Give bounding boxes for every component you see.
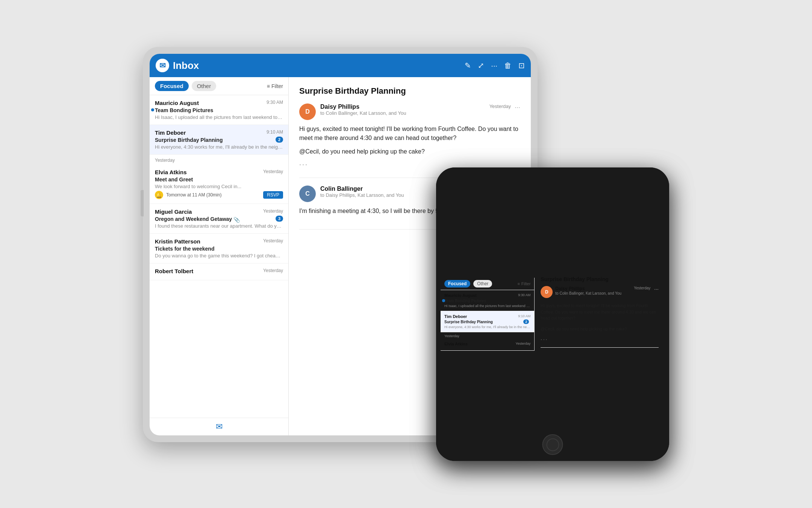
filter-bar: Focused Other ≡ Filter <box>150 77 288 95</box>
email-item-mauricio[interactable]: Mauricio August 9:30 AM Team Bonding Pic… <box>150 95 288 125</box>
phone-sender-name: Daisy Phillips <box>555 286 634 291</box>
phone-email-detail: Surprise Birthday Planning D Daisy Phill… <box>535 271 665 357</box>
phone-email-time: Yesterday <box>516 342 531 346</box>
compose-bottom-bar: ✉ <box>150 418 288 435</box>
email-time: 9:30 AM <box>267 100 283 106</box>
filter-button[interactable]: ≡ Filter <box>267 83 283 89</box>
email-time: Yesterday <box>263 238 283 245</box>
email-items: Mauricio August 9:30 AM Team Bonding Pic… <box>150 95 288 418</box>
email-preview: Hi everyone, 4:30 works for me, I'll alr… <box>155 144 283 150</box>
message-header: D Daisy Phillips to Colin Ballinger, Kat… <box>299 103 520 120</box>
phone-email-item-mauricio[interactable]: Mauricio August 9:30 AM Team Bonding Pic… <box>441 290 534 311</box>
phone-home-button[interactable] <box>542 434 563 455</box>
filter-icon: ≡ <box>267 83 270 89</box>
phone-email-detail-title: Surprise Birthday Planning <box>541 276 659 282</box>
email-time: Yesterday <box>263 208 283 215</box>
phone-email-item-elvia[interactable]: Elvia Atkins Yesterday <box>441 339 534 351</box>
phone-email-list: Focused Other ≡ Filter Mauricio August <box>441 278 535 351</box>
phone-app-content: Focused Other ≡ Filter Mauricio August <box>441 173 665 456</box>
phone-email-items: Mauricio August 9:30 AM Team Bonding Pic… <box>441 290 534 351</box>
archive-icon[interactable]: ⊡ <box>518 61 525 70</box>
tablet-side-button[interactable] <box>141 190 144 216</box>
phone-tab-other[interactable]: Other <box>473 280 492 287</box>
email-item-robert[interactable]: Robert Tolbert Yesterday <box>150 263 288 280</box>
email-item-header: Miguel Garcia Yesterday <box>155 208 283 215</box>
email-sender: Kristin Patterson <box>155 238 200 245</box>
email-sender: Tim Deboer <box>155 129 186 136</box>
phone-message-header: D Daisy Phillips to Colin Ballinger, Kat… <box>541 286 659 298</box>
email-subject: Surprise Birthday Planning <box>155 137 283 143</box>
tab-focused[interactable]: Focused <box>155 81 189 91</box>
email-sender: Miguel Garcia <box>155 208 192 215</box>
email-preview: We look forward to welcoming Cecil in... <box>155 184 283 189</box>
email-subject: Oregon and Weekend Getaway <box>155 216 232 222</box>
phone-email-sender: Mauricio August <box>444 293 477 298</box>
phone-email-subject: Surprise Birthday Planning <box>444 320 530 324</box>
email-time: Yesterday <box>263 169 283 175</box>
phone: ✉ Inbox ✎ ⤢ ··· 🗑 ⊡ Focused Other <box>436 167 669 461</box>
sender-name: Daisy Phillips <box>320 103 489 110</box>
message-timestamp: Yesterday <box>489 103 511 109</box>
more-icon[interactable]: ··· <box>491 61 497 70</box>
phone-email-item-header: Mauricio August 9:30 AM <box>444 293 530 298</box>
phone-message-more-icon[interactable]: ··· <box>654 286 659 292</box>
phone-email-item-tim[interactable]: Tim Deboer 9:10 AM Surprise Birthday Pla… <box>441 311 534 332</box>
email-badge: 2 <box>276 137 283 143</box>
reminder-row: 🔔 Tomorrow at 11 AM (30min) RSVP <box>155 191 283 199</box>
email-list: Focused Other ≡ Filter Mauricio August <box>150 77 289 435</box>
message-recipients: to Colin Ballinger, Kat Larsson, and You <box>320 110 489 116</box>
phone-message-meta: Daisy Phillips to Colin Ballinger, Kat L… <box>555 286 634 295</box>
email-sender: Elvia Atkins <box>155 169 186 175</box>
app-title: Inbox <box>173 60 465 71</box>
message-more-icon[interactable]: ··· <box>515 103 520 111</box>
email-sender: Robert Tolbert <box>155 268 193 274</box>
phone-screen: ✉ Inbox ✎ ⤢ ··· 🗑 ⊡ Focused Other <box>441 173 665 456</box>
compose-bottom-icon[interactable]: ✉ <box>216 422 223 432</box>
email-item-miguel[interactable]: Miguel Garcia Yesterday Oregon and Weeke… <box>150 204 288 234</box>
phone-filter-button[interactable]: ≡ Filter <box>517 281 530 286</box>
message-meta: Daisy Phillips to Colin Ballinger, Kat L… <box>320 103 489 116</box>
phone-email-item-header: Elvia Atkins Yesterday <box>444 342 530 346</box>
phone-body-line-1: Hi guys, excited to meet tonight! I'll b… <box>541 303 659 321</box>
email-item-header: Kristin Patterson Yesterday <box>155 238 283 245</box>
phone-email-subject: Team Bonding Pictures <box>444 299 530 303</box>
message-body: Hi guys, excited to meet tonight! I'll b… <box>299 125 520 156</box>
unread-dot <box>151 108 154 111</box>
phone-body-line-2: @Cecil, do you need help picking up the … <box>541 326 659 332</box>
phone-filter-icon: ≡ <box>517 281 520 286</box>
phone-unread-dot <box>442 299 445 302</box>
phone-email-sender: Tim Deboer <box>444 314 467 319</box>
phone-tab-focused[interactable]: Focused <box>444 280 470 287</box>
delete-icon[interactable]: 🗑 <box>504 61 512 70</box>
email-preview: Do you wanna go to the game this weekend… <box>155 253 283 259</box>
email-item-header: Mauricio August 9:30 AM <box>155 100 283 106</box>
outlook-logo: ✉ <box>156 59 169 72</box>
email-badge: 3 <box>276 216 283 222</box>
message-body-line-2: @Cecil, do you need help picking up the … <box>299 147 520 156</box>
email-item-tim[interactable]: Tim Deboer 9:10 AM Surprise Birthday Pla… <box>150 125 288 155</box>
avatar-colin: C <box>299 186 316 202</box>
tab-other[interactable]: Other <box>192 81 217 91</box>
phone-email-item-header: Tim Deboer 9:10 AM <box>444 314 530 319</box>
compose-icon[interactable]: ✎ <box>465 61 471 70</box>
email-item-kristin[interactable]: Kristin Patterson Yesterday Tickets for … <box>150 234 288 263</box>
email-item-elvia[interactable]: Elvia Atkins Yesterday Meet and Greet We… <box>150 164 288 204</box>
phone-email-time: 9:10 AM <box>518 314 530 319</box>
phone-message-recipients: to Colin Ballinger, Kat Larsson, and You <box>555 291 634 295</box>
phone-section-label: Yesterday <box>441 332 534 339</box>
phone-message-card-daisy: D Daisy Phillips to Colin Ballinger, Kat… <box>541 286 659 348</box>
expand-icon[interactable]: ⤢ <box>478 61 484 70</box>
avatar-daisy: D <box>299 103 316 120</box>
phone-message-body: Hi guys, excited to meet tonight! I'll b… <box>541 303 659 332</box>
rsvp-button[interactable]: RSVP <box>263 191 283 199</box>
phone-avatar-daisy: D <box>541 286 553 298</box>
email-item-header: Tim Deboer 9:10 AM <box>155 129 283 136</box>
email-item-header: Robert Tolbert Yesterday <box>155 268 283 274</box>
message-body-line-1: Hi guys, excited to meet tonight! I'll b… <box>299 125 520 143</box>
phone-message-ellipsis[interactable]: ··· <box>541 336 659 342</box>
phone-filter-bar: Focused Other ≡ Filter <box>441 278 534 290</box>
message-card-daisy: D Daisy Phillips to Colin Ballinger, Kat… <box>299 103 520 178</box>
email-detail-title: Surprise Birthday Planning <box>299 86 520 96</box>
phone-email-sender: Elvia Atkins <box>444 342 468 346</box>
phone-filter-label: Filter <box>521 281 530 286</box>
